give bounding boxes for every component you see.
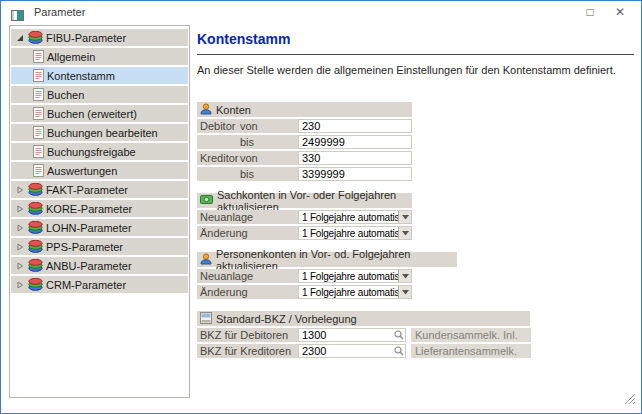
field-label: BKZ für Debitoren bbox=[200, 329, 288, 341]
parameter-tree: FIBU-Parameter Allgemein Kontenstamm Buc… bbox=[9, 25, 190, 398]
field-group-label: Kreditor bbox=[200, 152, 240, 164]
sidebar-item-label: CRM-Parameter bbox=[46, 279, 126, 291]
field-label: Neuanlage bbox=[200, 211, 253, 223]
magnifier-icon[interactable] bbox=[394, 346, 404, 358]
section-konten-title: Konten bbox=[216, 104, 251, 116]
main-panel: Kontenstamm An dieser Stelle werden die … bbox=[197, 27, 634, 370]
module-stack-icon bbox=[28, 240, 43, 253]
titlebar: Parameter □ ✕ bbox=[1, 1, 641, 23]
sidebar-item-kontenstamm[interactable]: Kontenstamm bbox=[11, 67, 188, 84]
sidebar-item-label: ANBU-Parameter bbox=[46, 260, 132, 272]
form-row: Debitorvon bbox=[197, 119, 634, 133]
sidebar-item-kore-parameter[interactable]: KORE-Parameter bbox=[11, 200, 188, 217]
app-icon bbox=[11, 7, 24, 18]
bkz-kreditoren-input[interactable] bbox=[298, 344, 406, 358]
field-label: bis bbox=[240, 168, 254, 180]
chevron-down-icon[interactable] bbox=[398, 227, 411, 239]
debitor-bis-input[interactable] bbox=[298, 135, 412, 149]
sidebar-item-label: Allgemein bbox=[47, 51, 95, 63]
form-row: Neuanlage 1 Folgejahre automatisch ak bbox=[197, 210, 634, 224]
form-row: Änderung 1 Folgejahre automatisch ak bbox=[197, 285, 634, 299]
section-konten-header: Konten bbox=[197, 102, 412, 117]
section-konten: Konten Debitorvon bis Kreditorvon bis bbox=[197, 102, 634, 181]
section-personenkonten-header: Personenkonten in Vor- od. Folgejahren a… bbox=[197, 252, 457, 267]
money-icon bbox=[200, 194, 213, 207]
document-icon bbox=[33, 88, 44, 101]
field-label: Neuanlage bbox=[200, 270, 253, 282]
field-label: bis bbox=[240, 136, 254, 148]
close-button[interactable]: ✕ bbox=[613, 5, 627, 19]
sidebar-item-fibu-parameter[interactable]: FIBU-Parameter bbox=[11, 29, 188, 46]
user-icon bbox=[200, 103, 212, 117]
sidebar-item-label: Buchen (erweitert) bbox=[47, 108, 137, 120]
sidebar-item-lohn-parameter[interactable]: LOHN-Parameter bbox=[11, 219, 188, 236]
field-label: BKZ für Kreditoren bbox=[200, 345, 291, 357]
document-icon bbox=[33, 164, 44, 177]
section-personenkonten: Personenkonten in Vor- od. Folgejahren a… bbox=[197, 252, 634, 299]
triangle-collapsed-icon[interactable] bbox=[15, 243, 25, 251]
form-row: Änderung 1 Folgejahre automatisch ak bbox=[197, 226, 634, 240]
section-bkz-header: Standard-BKZ / Vorbelegung bbox=[197, 311, 530, 326]
field-label: von bbox=[240, 120, 258, 132]
chevron-down-icon[interactable] bbox=[398, 270, 411, 282]
kreditor-bis-input[interactable] bbox=[298, 167, 412, 181]
sidebar-item-buchen[interactable]: Buchen bbox=[11, 86, 188, 103]
form-row: Kreditorvon bbox=[197, 151, 634, 165]
field-label: Änderung bbox=[200, 227, 248, 239]
field-label: von bbox=[240, 152, 258, 164]
section-bkz-title: Standard-BKZ / Vorbelegung bbox=[216, 313, 357, 325]
user-icon bbox=[200, 253, 212, 267]
sidebar-item-label: Kontenstamm bbox=[47, 70, 115, 82]
sachkonten-aenderung-select[interactable]: 1 Folgejahre automatisch ak bbox=[298, 226, 412, 240]
select-value: 1 Folgejahre automatisch ak bbox=[299, 270, 398, 282]
field-group-label: Debitor bbox=[200, 120, 240, 132]
document-icon bbox=[33, 126, 44, 139]
sidebar-item-fakt-parameter[interactable]: FAKT-Parameter bbox=[11, 181, 188, 198]
module-stack-icon bbox=[28, 183, 43, 196]
chevron-down-icon[interactable] bbox=[398, 211, 411, 223]
module-stack-icon bbox=[28, 31, 43, 44]
personenkonten-neuanlage-select[interactable]: 1 Folgejahre automatisch ak bbox=[298, 269, 412, 283]
resize-grip-icon[interactable] bbox=[622, 391, 636, 409]
triangle-collapsed-icon[interactable] bbox=[15, 224, 25, 232]
document-icon bbox=[33, 107, 44, 120]
personenkonten-aenderung-select[interactable]: 1 Folgejahre automatisch ak bbox=[298, 285, 412, 299]
sidebar-item-crm-parameter[interactable]: CRM-Parameter bbox=[11, 276, 188, 293]
sidebar-item-label: Auswertungen bbox=[47, 165, 117, 177]
bkz-kreditoren-description: Lieferantensammelk. bbox=[411, 344, 531, 358]
chevron-down-icon[interactable] bbox=[398, 286, 411, 298]
triangle-collapsed-icon[interactable] bbox=[15, 186, 25, 194]
parameter-window: Parameter □ ✕ FIBU-Parameter Allgemein K… bbox=[0, 0, 642, 414]
section-sachkonten-title: Sachkonten in Vor- oder Folgejahren aktu… bbox=[217, 189, 412, 213]
triangle-collapsed-icon[interactable] bbox=[15, 205, 25, 213]
triangle-expanded-icon[interactable] bbox=[15, 34, 25, 42]
sidebar-item-buchen-erweitert[interactable]: Buchen (erweitert) bbox=[11, 105, 188, 122]
select-value: 1 Folgejahre automatisch ak bbox=[299, 227, 398, 239]
module-stack-icon bbox=[28, 278, 43, 291]
bkz-debitoren-input[interactable] bbox=[298, 328, 406, 342]
sidebar-item-buchungsfreigabe[interactable]: Buchungsfreigabe bbox=[11, 143, 188, 160]
section-personenkonten-title: Personenkonten in Vor- od. Folgejahren a… bbox=[216, 248, 457, 272]
form-row: bis bbox=[197, 167, 634, 181]
sidebar-item-label: Buchungsfreigabe bbox=[47, 146, 136, 158]
sidebar-item-pps-parameter[interactable]: PPS-Parameter bbox=[11, 238, 188, 255]
debitor-von-input[interactable] bbox=[298, 119, 412, 133]
magnifier-icon[interactable] bbox=[394, 330, 404, 342]
page-description: An dieser Stelle werden die allgemeinen … bbox=[197, 64, 634, 76]
sidebar-item-allgemein[interactable]: Allgemein bbox=[11, 48, 188, 65]
section-bkz: Standard-BKZ / Vorbelegung BKZ für Debit… bbox=[197, 311, 634, 358]
triangle-collapsed-icon[interactable] bbox=[15, 262, 25, 270]
sidebar-item-buchungen-bearbeiten[interactable]: Buchungen bearbeiten bbox=[11, 124, 188, 141]
kreditor-von-input[interactable] bbox=[298, 151, 412, 165]
select-value: 1 Folgejahre automatisch ak bbox=[299, 211, 398, 223]
sidebar-item-label: Buchen bbox=[47, 89, 84, 101]
module-stack-icon bbox=[28, 259, 43, 272]
sidebar-item-auswertungen[interactable]: Auswertungen bbox=[11, 162, 188, 179]
sidebar-item-label: FAKT-Parameter bbox=[46, 184, 128, 196]
sachkonten-neuanlage-select[interactable]: 1 Folgejahre automatisch ak bbox=[298, 210, 412, 224]
window-title: Parameter bbox=[34, 6, 85, 18]
maximize-button[interactable]: □ bbox=[583, 5, 597, 19]
triangle-collapsed-icon[interactable] bbox=[15, 281, 25, 289]
page-title: Kontenstamm bbox=[197, 31, 634, 47]
sidebar-item-anbu-parameter[interactable]: ANBU-Parameter bbox=[11, 257, 188, 274]
